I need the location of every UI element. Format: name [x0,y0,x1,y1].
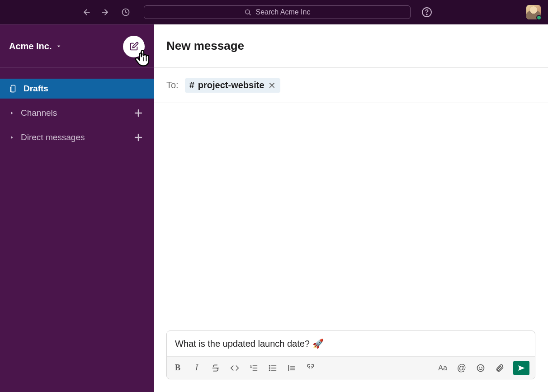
svg-point-28 [479,367,480,367]
content-header: New message [154,24,548,68]
search-input[interactable]: Search Acme Inc [144,5,411,19]
bullet-list-icon [268,364,277,373]
plus-icon[interactable] [133,108,144,118]
workspace-header: Acme Inc. [0,25,154,68]
svg-point-20 [269,365,270,366]
send-button[interactable] [513,361,529,375]
svg-point-22 [269,370,270,371]
back-button[interactable] [80,5,94,19]
caret-right-icon [9,135,14,140]
recipient-row: To: # project-website ✕ [154,68,548,103]
svg-line-4 [249,14,250,15]
send-icon [517,364,525,372]
sidebar-item-label: Drafts [24,84,48,94]
help-button[interactable] [421,7,432,18]
main: Acme Inc. Drafts Channels Direct message… [0,24,548,392]
strikethrough-icon [211,364,220,373]
content: New message To: # project-website ✕ What… [154,24,548,392]
composer-area: What is the updated launch date? 🚀 B I [154,331,548,392]
workspace-name: Acme Inc. [9,41,52,52]
sidebar: Acme Inc. Drafts Channels Direct message… [0,24,154,392]
hash-icon: # [189,80,194,90]
ordered-list-button[interactable] [248,363,259,373]
formatting-toggle-button[interactable]: Aa [437,363,448,373]
svg-point-27 [477,364,484,371]
at-icon: @ [457,363,466,373]
sidebar-section-label: Channels [21,108,57,118]
emoji-icon [476,364,485,373]
presence-indicator [536,15,542,20]
toolbar-right: Aa @ [437,361,529,375]
drafts-icon [9,85,17,93]
message-input[interactable]: What is the updated launch date? 🚀 [167,331,535,356]
code-block-icon [306,364,315,373]
workspace-switcher[interactable]: Acme Inc. [9,41,62,52]
sidebar-item-drafts[interactable]: Drafts [0,79,154,99]
strikethrough-button[interactable] [210,363,221,373]
recipient-name: project-website [198,80,265,90]
clock-icon [121,8,130,17]
emoji-button[interactable] [475,363,486,373]
ordered-list-icon [249,364,258,373]
code-button[interactable] [229,363,240,373]
blockquote-button[interactable] [286,363,297,373]
italic-button[interactable]: I [191,363,202,373]
help-icon [421,7,432,18]
bullet-list-button[interactable] [267,363,278,373]
topbar: Search Acme Inc [0,0,548,24]
bold-icon: B [175,363,180,373]
compose-icon [129,42,139,52]
composer: What is the updated launch date? 🚀 B I [166,331,535,379]
recipient-chip[interactable]: # project-website ✕ [185,78,280,93]
rocket-emoji: 🚀 [312,338,324,349]
search-icon [244,9,251,16]
user-menu[interactable] [526,5,541,19]
mention-button[interactable]: @ [456,363,467,373]
arrow-left-icon [82,8,91,17]
svg-point-6 [426,14,427,15]
page-title: New message [166,39,244,53]
sidebar-section-dms[interactable]: Direct messages [0,128,154,147]
svg-point-21 [269,368,270,368]
remove-chip-icon[interactable]: ✕ [268,80,276,91]
sidebar-section-label: Direct messages [21,132,85,142]
forward-button[interactable] [98,5,112,19]
compose-button[interactable] [123,36,145,57]
code-icon [230,364,239,373]
caret-right-icon [9,110,14,116]
attach-button[interactable] [494,363,505,373]
paperclip-icon [495,364,504,373]
chevron-down-icon [55,43,62,50]
message-history [154,103,548,331]
sidebar-section-channels[interactable]: Channels [0,103,154,123]
nav-arrows [80,5,133,19]
composer-toolbar: B I [167,356,535,379]
italic-icon: I [195,363,198,373]
svg-point-29 [482,367,482,367]
blockquote-icon [287,364,296,373]
to-label: To: [166,80,179,90]
message-text: What is the updated launch date? [175,339,310,349]
svg-point-3 [245,10,249,14]
arrow-right-icon [100,8,109,17]
bold-button[interactable]: B [172,363,183,373]
formatting-icon: Aa [438,364,447,372]
search-placeholder: Search Acme Inc [256,8,311,16]
plus-icon[interactable] [133,132,144,143]
code-block-button[interactable] [305,363,316,373]
history-button[interactable] [118,5,133,19]
